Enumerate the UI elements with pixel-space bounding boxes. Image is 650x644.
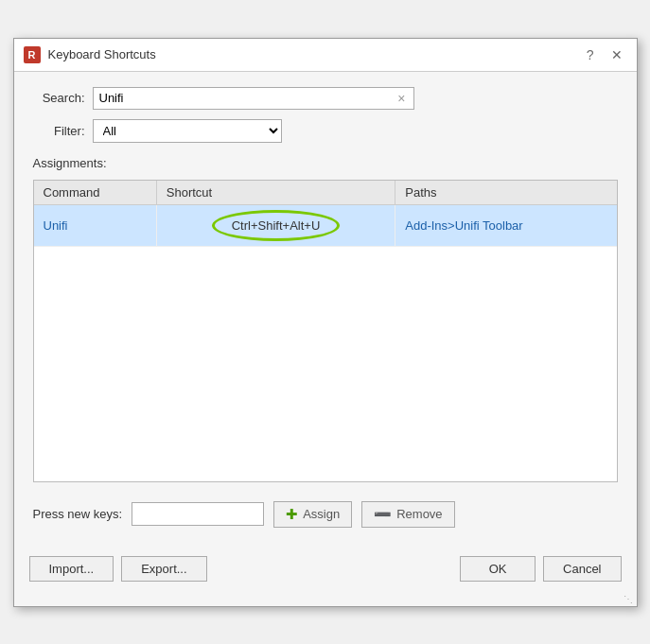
app-logo: R (24, 46, 41, 63)
assignments-label: Assignments: (33, 156, 618, 170)
search-label: Search: (33, 91, 85, 105)
title-bar: R Keyboard Shortcuts ? ✕ (14, 39, 637, 72)
dialog-body: Search: × Filter: All Added by User Defa… (14, 72, 637, 548)
assignments-table-scroll[interactable]: Command Shortcut Paths Unifi Ctrl+Shift+… (33, 180, 618, 482)
export-button[interactable]: Export... (121, 556, 206, 582)
table-header-row: Command Shortcut Paths (34, 181, 617, 205)
search-clear-icon[interactable]: × (395, 91, 407, 106)
remove-button[interactable]: ➖ Remove (361, 501, 454, 528)
filter-label: Filter: (33, 124, 85, 138)
title-bar-left: R Keyboard Shortcuts (24, 46, 156, 63)
row-path: Add-Ins>Unifi Toolbar (395, 204, 617, 246)
press-keys-row: Press new keys: ✚ Assign ➖ Remove (33, 492, 618, 533)
footer-left-buttons: Import... Export... (29, 556, 207, 582)
assignments-table: Command Shortcut Paths Unifi Ctrl+Shift+… (34, 181, 617, 247)
dialog-title: Keyboard Shortcuts (48, 47, 156, 61)
col-paths: Paths (395, 181, 617, 205)
row-shortcut: Ctrl+Shift+Alt+U (156, 204, 395, 246)
command-link[interactable]: Unifi (44, 218, 68, 233)
assign-button[interactable]: ✚ Assign (273, 501, 352, 528)
remove-label: Remove (396, 507, 442, 521)
search-input[interactable] (99, 91, 396, 105)
ok-button[interactable]: OK (460, 556, 536, 582)
help-button[interactable]: ? (582, 46, 599, 63)
keyboard-shortcuts-dialog: R Keyboard Shortcuts ? ✕ Search: × Filte… (13, 38, 638, 607)
col-shortcut: Shortcut (156, 181, 395, 205)
row-command: Unifi (34, 204, 157, 246)
press-keys-input[interactable] (132, 502, 264, 526)
resize-icon: ⋱ (624, 595, 633, 604)
col-command: Command (34, 181, 157, 205)
filter-select[interactable]: All Added by User Default (93, 119, 282, 143)
dialog-footer: Import... Export... OK Cancel (14, 548, 637, 593)
search-row: Search: × (33, 87, 618, 110)
assign-label: Assign (303, 507, 340, 521)
filter-row: Filter: All Added by User Default (33, 119, 618, 143)
close-button[interactable]: ✕ (606, 46, 627, 63)
assignments-table-container: Command Shortcut Paths Unifi Ctrl+Shift+… (33, 180, 618, 482)
import-button[interactable]: Import... (29, 556, 114, 582)
assign-icon: ✚ (286, 506, 298, 523)
shortcut-badge: Ctrl+Shift+Alt+U (212, 210, 341, 241)
title-bar-controls: ? ✕ (582, 46, 627, 63)
search-wrapper: × (93, 87, 414, 110)
table-row[interactable]: Unifi Ctrl+Shift+Alt+U Add-Ins>Unifi Too… (34, 204, 617, 246)
cancel-button[interactable]: Cancel (543, 556, 621, 582)
footer-right-buttons: OK Cancel (460, 556, 621, 582)
path-link[interactable]: Add-Ins>Unifi Toolbar (405, 218, 522, 233)
press-keys-label: Press new keys: (33, 507, 123, 521)
resize-handle[interactable]: ⋱ (14, 593, 637, 606)
remove-icon: ➖ (374, 506, 392, 523)
